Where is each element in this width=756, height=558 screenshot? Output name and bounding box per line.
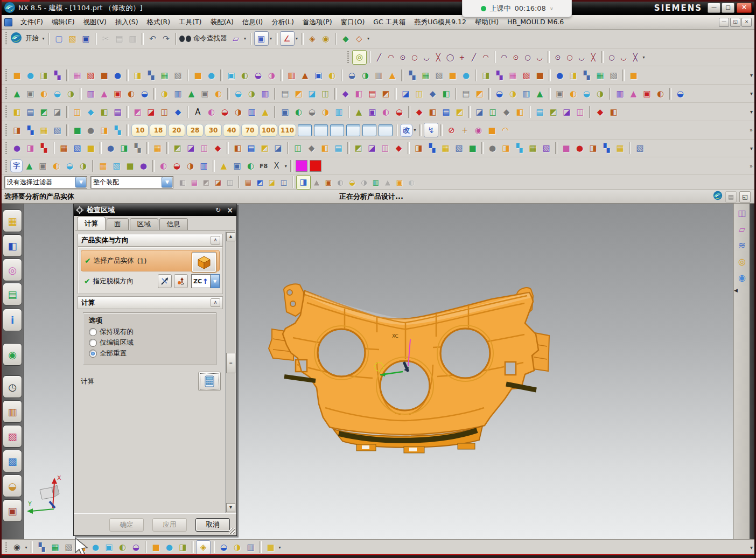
toolbar-icon[interactable]: ▦ (506, 68, 520, 82)
toolbar-icon[interactable]: ◐ (244, 159, 257, 173)
toolbar-icon[interactable]: ◑ (506, 87, 520, 100)
selection-tool-icon[interactable]: ◐ (334, 176, 346, 188)
sketch-tool-icon[interactable]: + (456, 51, 468, 63)
menu-item[interactable]: 工具(T) (174, 16, 206, 29)
mold-base-icon[interactable] (330, 124, 344, 136)
chevron-down-icon[interactable]: ∨ (550, 6, 554, 11)
toolbar-icon[interactable]: ◪ (473, 105, 486, 118)
toolbar-icon[interactable]: ◒ (493, 87, 506, 100)
toolbar-icon[interactable]: ◩ (473, 87, 486, 100)
selection-tool-icon[interactable]: ▣ (323, 176, 334, 188)
toolbar-icon[interactable]: ▣ (254, 31, 269, 46)
minimize-button[interactable]: — (708, 3, 720, 13)
toolbar-icon[interactable]: ◆ (171, 105, 185, 118)
toolbar-icon[interactable]: ◫ (573, 105, 587, 118)
mdi-restore-button[interactable]: ◱ (730, 18, 740, 27)
mold-size-button[interactable]: 110 (278, 124, 296, 137)
menu-item[interactable]: GC 工具箱 (369, 16, 410, 29)
toolbar-icon[interactable]: ◐ (292, 105, 305, 118)
vector-dialog-button[interactable] (158, 274, 172, 288)
sketch-tool-icon[interactable]: ○ (564, 51, 576, 63)
toolbar-icon[interactable]: ◨ (499, 142, 513, 155)
sketch-tool-icon[interactable]: ◠ (385, 51, 397, 63)
sketch-tool-icon[interactable]: ○ (522, 51, 534, 63)
mold-base-icon[interactable] (379, 124, 393, 136)
toolbar-icon[interactable]: ▦ (158, 68, 171, 82)
toolbar-icon[interactable]: ◈ (306, 32, 319, 45)
command-finder-icon[interactable] (179, 34, 191, 43)
selection-tool-icon[interactable]: ▤ (188, 176, 200, 188)
text-button-zi[interactable]: 字 (10, 159, 23, 172)
toolbar-icon[interactable]: ◐ (325, 68, 339, 82)
toolbar-icon[interactable]: ◒ (251, 68, 265, 82)
toolbar-icon[interactable]: ⊘ (445, 123, 458, 137)
toolbar-icon[interactable]: ▣ (312, 68, 325, 82)
ok-button[interactable]: 确定 (109, 518, 144, 532)
toolbar-icon[interactable]: ◐ (50, 159, 63, 173)
toolbar-icon[interactable]: ■ (627, 68, 640, 82)
toolbar-icon[interactable]: ▧ (607, 68, 620, 82)
toolbar-icon[interactable]: ▤ (533, 105, 547, 118)
menu-item[interactable]: 视图(V) (79, 16, 111, 29)
toolbar-icon[interactable]: ▥ (258, 87, 272, 100)
toolbar-icon[interactable]: ● (459, 68, 473, 82)
toolbar-icon[interactable]: ◨ (131, 68, 144, 82)
toolbar-icon[interactable]: ▣ (225, 68, 238, 82)
toolbar-label[interactable]: 命令查找器 (191, 34, 229, 43)
toolbar-icon[interactable]: ◑ (184, 159, 197, 173)
toolbar-icon[interactable]: ◫ (291, 142, 305, 155)
toolbar-icon[interactable]: ◒ (218, 105, 232, 118)
toolbar-icon[interactable]: ◑ (319, 105, 332, 118)
toolbar-icon[interactable]: ▤ (366, 87, 379, 100)
move-face-button[interactable]: ◫ (736, 206, 748, 219)
menu-item[interactable]: 格式(R) (143, 16, 174, 29)
toolbar-icon[interactable]: ◆ (426, 87, 439, 100)
toolbar-icon[interactable]: ▤ (439, 105, 453, 118)
toolbar-icon[interactable]: ● (104, 142, 117, 155)
wrap-tool-button[interactable]: ≋ (736, 239, 748, 252)
toolbar-icon[interactable]: ◒ (129, 541, 143, 554)
solid-body-button[interactable] (192, 252, 216, 273)
tab-计算[interactable]: 计算 (77, 217, 106, 230)
sketch-tool-icon[interactable]: ⊙ (552, 51, 564, 63)
toolbar-icon[interactable]: ▦ (526, 142, 540, 155)
toolbar-icon[interactable]: ▧ (520, 68, 533, 82)
toolbar-icon[interactable]: ▲ (23, 159, 36, 173)
dropdown-arrow-icon[interactable]: ▾ (295, 36, 299, 41)
toolbar-icon[interactable]: ◨ (176, 541, 190, 554)
resize-grip[interactable] (229, 528, 235, 534)
radio-icon[interactable] (89, 328, 97, 336)
toolbar-icon[interactable]: ▦ (593, 68, 607, 82)
radio-option[interactable]: 仅编辑区域 (89, 338, 216, 347)
mold-base-icon[interactable] (298, 124, 312, 136)
toolbar-icon[interactable]: ◩ (379, 87, 393, 100)
sketch-tool-icon[interactable]: ◡ (618, 51, 629, 63)
dropdown-arrow-icon[interactable]: ▾ (412, 128, 417, 132)
selection-tool-icon[interactable]: ▣ (394, 176, 405, 188)
mold-size-button[interactable]: 40 (223, 124, 240, 137)
toolbar-icon[interactable]: ▧ (432, 68, 446, 82)
toolbar-icon[interactable]: ◐ (238, 68, 251, 82)
toolbar-icon[interactable]: ▣ (198, 87, 212, 100)
toolbar-icon[interactable]: ▧ (540, 142, 553, 155)
toolbar-icon[interactable]: ◆ (392, 142, 405, 155)
toolbar-icon[interactable]: ◫ (379, 142, 392, 155)
toolbar-icon[interactable]: ▚ (405, 68, 419, 82)
toolbar-icon[interactable]: ▚ (513, 142, 526, 155)
web-browser-button[interactable]: ◉ (3, 343, 22, 366)
sketch-tool-icon[interactable]: ◠ (480, 51, 492, 63)
toolbar-icon[interactable]: ● (163, 541, 176, 554)
toolbar-icon[interactable]: ◪ (51, 105, 64, 118)
selection-tool-icon[interactable]: ◫ (278, 176, 290, 188)
dropdown-arrow-icon[interactable]: ▾ (24, 545, 29, 550)
toolbar-icon[interactable]: ● (137, 159, 150, 173)
dropdown-arrow-icon[interactable]: ▾ (41, 36, 46, 41)
toolbar-icon[interactable]: ● (573, 142, 586, 155)
toolbar-icon[interactable]: ■ (123, 159, 137, 173)
toolbar-icon[interactable]: ◐ (124, 87, 138, 100)
toolbar-icon[interactable]: ◪ (271, 142, 285, 155)
toolbar-icon[interactable]: ● (10, 142, 24, 155)
mold-size-button[interactable]: 70 (241, 124, 258, 137)
toolbar-icon[interactable]: ● (205, 68, 218, 82)
toolbar-icon[interactable]: ▚ (37, 142, 51, 155)
